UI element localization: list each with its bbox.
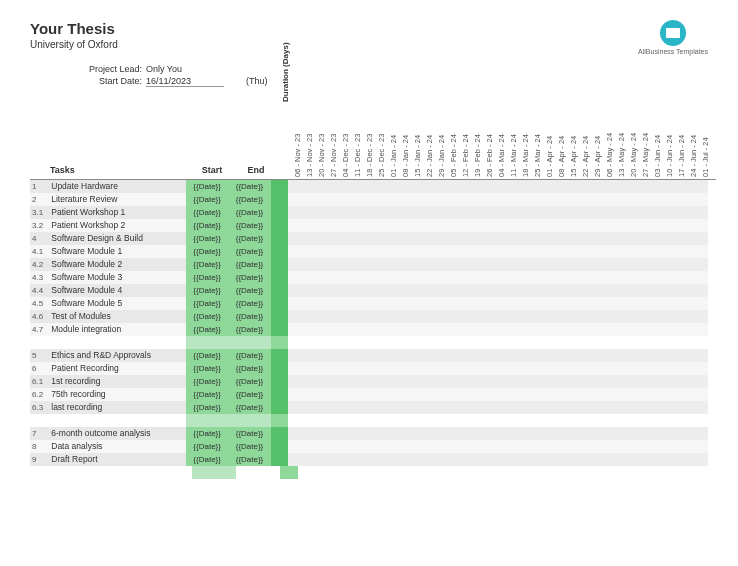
task-end[interactable]: {{Date}} [228,258,270,271]
summary-row [30,466,708,479]
task-start[interactable]: {{Date}} [186,193,228,206]
task-row: 4.3Software Module 3{{Date}}{{Date}} [30,271,708,284]
task-start[interactable]: {{Date}} [186,219,228,232]
task-row: 4.4Software Module 4{{Date}}{{Date}} [30,284,708,297]
gantt-area [288,219,708,232]
logo: AllBusiness Templates [638,20,708,55]
col-start: Start [190,165,234,180]
task-start[interactable]: {{Date}} [186,362,228,375]
task-row: 2Literature Review{{Date}}{{Date}} [30,193,708,206]
group-gap [30,336,708,349]
task-row: 4.1Software Module 1{{Date}}{{Date}} [30,245,708,258]
task-start[interactable]: {{Date}} [186,245,228,258]
task-end[interactable]: {{Date}} [228,219,270,232]
task-end[interactable]: {{Date}} [228,388,270,401]
task-id: 9 [30,453,51,466]
task-end[interactable]: {{Date}} [228,453,270,466]
task-id: 2 [30,193,51,206]
task-start[interactable]: {{Date}} [186,271,228,284]
task-start[interactable]: {{Date}} [186,349,228,362]
task-end[interactable]: {{Date}} [228,440,270,453]
task-start[interactable]: {{Date}} [186,375,228,388]
lead-value: Only You [146,64,182,74]
start-date-value[interactable]: 16/11/2023 [146,76,224,87]
task-name: 6-month outcome analysis [51,427,186,440]
doc-subtitle: University of Oxford [30,39,708,50]
task-id: 4.3 [30,271,51,284]
task-start[interactable]: {{Date}} [186,440,228,453]
logo-text: AllBusiness Templates [638,48,708,55]
task-id: 6.2 [30,388,51,401]
task-start[interactable]: {{Date}} [186,180,228,193]
task-start[interactable]: {{Date}} [186,232,228,245]
task-row: 3.2Patient Workshop 2{{Date}}{{Date}} [30,219,708,232]
start-date-day: (Thu) [246,76,268,87]
task-id: 5 [30,349,51,362]
task-end[interactable]: {{Date}} [228,245,270,258]
task-start[interactable]: {{Date}} [186,258,228,271]
task-duration [271,219,288,232]
task-duration [271,180,288,193]
task-start[interactable]: {{Date}} [186,427,228,440]
task-id: 4.4 [30,284,51,297]
task-end[interactable]: {{Date}} [228,180,270,193]
task-id: 6.3 [30,401,51,414]
task-id: 4.7 [30,323,51,336]
gantt-area [288,258,708,271]
task-id: 4.2 [30,258,51,271]
task-end[interactable]: {{Date}} [228,284,270,297]
task-duration [271,388,288,401]
gantt-area [288,245,708,258]
task-id: 6 [30,362,51,375]
task-start[interactable]: {{Date}} [186,297,228,310]
gantt-area [288,362,708,375]
gantt-area [288,323,708,336]
task-duration [271,206,288,219]
task-start[interactable]: {{Date}} [186,206,228,219]
task-name: Software Module 2 [51,258,186,271]
task-end[interactable]: {{Date}} [228,401,270,414]
task-row: 6.11st recording{{Date}}{{Date}} [30,375,708,388]
gantt-area [288,453,708,466]
gantt-area [288,440,708,453]
task-start[interactable]: {{Date}} [186,323,228,336]
project-meta: Project Lead: Only You Start Date: 16/11… [70,64,708,87]
col-tasks: Tasks [50,165,190,180]
task-end[interactable]: {{Date}} [228,310,270,323]
task-end[interactable]: {{Date}} [228,271,270,284]
task-end[interactable]: {{Date}} [228,427,270,440]
gantt-area [288,271,708,284]
task-duration [271,349,288,362]
task-row: 3.1Patient Workshop 1{{Date}}{{Date}} [30,206,708,219]
task-end[interactable]: {{Date}} [228,232,270,245]
task-duration [271,271,288,284]
task-row: 4.6Test of Modules{{Date}}{{Date}} [30,310,708,323]
task-end[interactable]: {{Date}} [228,323,270,336]
task-duration [271,284,288,297]
task-name: Literature Review [51,193,186,206]
task-name: Data analysis [51,440,186,453]
gantt-area [288,388,708,401]
task-name: Ethics and R&D Approvals [51,349,186,362]
doc-title: Your Thesis [30,20,708,37]
task-end[interactable]: {{Date}} [228,349,270,362]
task-duration [271,401,288,414]
task-start[interactable]: {{Date}} [186,388,228,401]
task-end[interactable]: {{Date}} [228,193,270,206]
task-start[interactable]: {{Date}} [186,453,228,466]
task-duration [271,310,288,323]
task-end[interactable]: {{Date}} [228,206,270,219]
task-end[interactable]: {{Date}} [228,375,270,388]
task-duration [271,297,288,310]
gantt-area [288,401,708,414]
task-start[interactable]: {{Date}} [186,401,228,414]
task-start[interactable]: {{Date}} [186,284,228,297]
task-row: 9Draft Report{{Date}}{{Date}} [30,453,708,466]
task-row: 6.3last recording{{Date}}{{Date}} [30,401,708,414]
task-end[interactable]: {{Date}} [228,362,270,375]
task-row: 4.7Module integration{{Date}}{{Date}} [30,323,708,336]
date-column: 01 - Jul - 24 [704,101,716,179]
task-end[interactable]: {{Date}} [228,297,270,310]
gantt-area [288,310,708,323]
task-start[interactable]: {{Date}} [186,310,228,323]
